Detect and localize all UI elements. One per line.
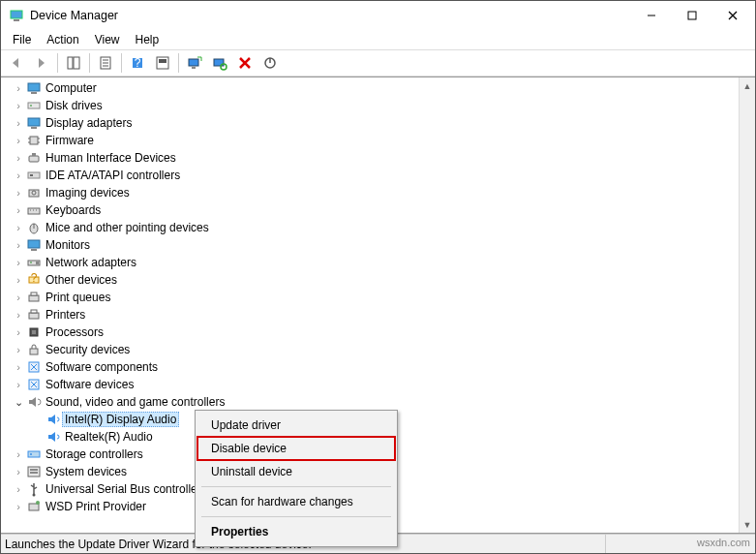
tree-node-label: Print queues xyxy=(45,291,110,304)
svg-text:?: ? xyxy=(31,272,38,285)
update-driver-button[interactable] xyxy=(183,51,206,75)
spacer xyxy=(32,431,44,443)
expand-icon[interactable]: › xyxy=(13,239,24,251)
tree-node[interactable]: ›Disk drives xyxy=(5,97,739,114)
wsd-icon xyxy=(26,499,42,514)
properties-button[interactable] xyxy=(94,51,117,75)
svg-rect-17 xyxy=(192,67,196,69)
svg-point-49 xyxy=(30,262,32,263)
expand-icon[interactable]: › xyxy=(13,100,24,111)
tree-node-label: Imaging devices xyxy=(45,186,130,200)
tree-node[interactable]: ›Monitors xyxy=(5,236,739,254)
expand-icon[interactable]: › xyxy=(13,204,24,216)
show-hide-tree-button[interactable] xyxy=(62,51,85,75)
tree-node-label: Realtek(R) Audio xyxy=(65,430,153,444)
disable-button[interactable] xyxy=(258,51,282,75)
svg-rect-58 xyxy=(32,330,36,334)
action-button[interactable] xyxy=(151,51,174,75)
tree-node-label: Intel(R) Display Audio xyxy=(62,412,179,427)
tree-node[interactable]: ›Firmware xyxy=(5,132,739,149)
keyboard-icon xyxy=(26,202,42,218)
close-button[interactable] xyxy=(712,2,753,29)
expand-icon[interactable]: › xyxy=(13,222,24,233)
expand-icon[interactable]: › xyxy=(13,483,24,495)
expand-icon[interactable]: › xyxy=(13,309,24,321)
scan-hardware-button[interactable] xyxy=(208,51,231,75)
tree-node[interactable]: ›IDE ATA/ATAPI controllers xyxy=(5,167,739,184)
svg-rect-47 xyxy=(31,249,37,251)
tree-node-label: Network adapters xyxy=(45,256,136,269)
tree-node[interactable]: ›Print queues xyxy=(5,289,739,306)
tree-node-label: Processors xyxy=(45,325,104,339)
scroll-down-button[interactable]: ▼ xyxy=(740,516,755,533)
svg-rect-23 xyxy=(28,83,40,91)
uninstall-button[interactable] xyxy=(233,51,257,75)
tree-node[interactable]: ›Security devices xyxy=(5,341,739,358)
hid-icon xyxy=(26,150,42,166)
monitor-icon xyxy=(26,115,42,131)
printer-icon xyxy=(26,290,42,305)
expand-icon[interactable]: › xyxy=(13,344,24,355)
svg-rect-37 xyxy=(30,174,33,176)
menu-help[interactable]: Help xyxy=(130,31,166,48)
expand-icon[interactable]: › xyxy=(13,501,24,512)
svg-rect-59 xyxy=(30,349,38,354)
tree-node-label: Software devices xyxy=(45,378,134,391)
camera-icon xyxy=(26,185,42,200)
tree-node[interactable]: ›?Other devices xyxy=(5,271,739,289)
forward-button[interactable] xyxy=(30,51,53,75)
menu-file[interactable]: File xyxy=(7,31,37,48)
ctx-uninstall-device[interactable]: Uninstall device xyxy=(197,460,395,483)
tree-node[interactable]: ›Keyboards xyxy=(5,201,739,219)
tree-node[interactable]: ›Display adapters xyxy=(5,114,739,132)
expand-icon[interactable]: › xyxy=(13,135,24,146)
svg-rect-27 xyxy=(28,118,40,126)
ctx-properties[interactable]: Properties xyxy=(197,520,395,543)
ctx-update-driver[interactable]: Update driver xyxy=(197,414,395,437)
printer-icon xyxy=(26,307,42,323)
expand-icon[interactable]: › xyxy=(13,379,24,390)
expand-icon[interactable]: › xyxy=(13,82,24,94)
tree-node[interactable]: ⌄Sound, video and game controllers xyxy=(5,393,739,411)
expand-icon[interactable]: › xyxy=(13,448,24,460)
collapse-icon[interactable]: ⌄ xyxy=(13,396,24,408)
tree-node[interactable]: ›Software components xyxy=(5,358,739,376)
software-icon xyxy=(26,377,42,392)
maximize-button[interactable] xyxy=(672,2,712,29)
expand-icon[interactable]: › xyxy=(13,187,24,199)
back-button[interactable] xyxy=(5,51,28,75)
expand-icon[interactable]: › xyxy=(13,361,24,373)
toolbar: ? xyxy=(1,49,755,77)
tree-node[interactable]: ›Computer xyxy=(5,79,739,97)
svg-text:?: ? xyxy=(135,56,141,70)
tree-node[interactable]: ›Network adapters xyxy=(5,254,739,271)
expand-icon[interactable]: › xyxy=(13,466,24,477)
expand-icon[interactable]: › xyxy=(13,326,24,338)
vertical-scrollbar[interactable]: ▲ ▼ xyxy=(739,77,755,533)
expand-icon[interactable]: › xyxy=(13,117,24,129)
menu-action[interactable]: Action xyxy=(41,31,84,48)
security-icon xyxy=(26,342,42,357)
expand-icon[interactable]: › xyxy=(13,169,24,181)
tree-node[interactable]: ›Mice and other pointing devices xyxy=(5,219,739,236)
help-button[interactable]: ? xyxy=(126,51,149,75)
expand-icon[interactable]: › xyxy=(13,152,24,164)
menu-view[interactable]: View xyxy=(89,31,126,48)
tree-node-label: Human Interface Devices xyxy=(45,151,176,165)
tree-node[interactable]: ›Processors xyxy=(5,323,739,341)
expand-icon[interactable]: › xyxy=(13,274,24,286)
tree-node[interactable]: ›Imaging devices xyxy=(5,184,739,201)
svg-rect-54 xyxy=(31,292,37,295)
expand-icon[interactable]: › xyxy=(13,257,24,268)
ctx-disable-device[interactable]: Disable device xyxy=(197,437,395,460)
expand-icon[interactable]: › xyxy=(13,292,24,303)
scroll-track[interactable] xyxy=(740,94,755,516)
tree-node[interactable]: ›Human Interface Devices xyxy=(5,149,739,167)
svg-rect-16 xyxy=(189,59,198,66)
minimize-button[interactable] xyxy=(631,2,672,29)
menubar: File Action View Help xyxy=(1,30,755,49)
scroll-up-button[interactable]: ▲ xyxy=(740,77,755,94)
ctx-scan-hardware[interactable]: Scan for hardware changes xyxy=(197,490,395,513)
tree-node[interactable]: ›Software devices xyxy=(5,376,739,393)
tree-node[interactable]: ›Printers xyxy=(5,306,739,323)
